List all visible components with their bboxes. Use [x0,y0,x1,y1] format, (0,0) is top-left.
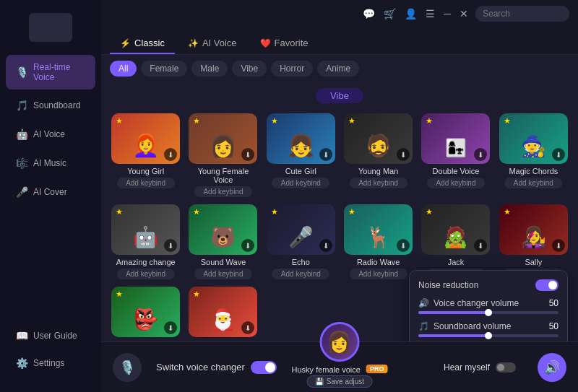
download-icon: ⬇ [474,148,487,161]
settings-icon: ⚙️ [16,357,27,369]
switch-voice-changer-toggle[interactable] [251,361,277,374]
keybind-btn-young-female-voice[interactable]: Add keybind [194,186,252,197]
voice-name-young-girl: Young Girl [127,167,164,175]
close-icon[interactable]: ✕ [460,8,468,19]
tab-classic-label: Classic [134,38,165,48]
active-voice-thumb[interactable]: 👩 [319,322,359,362]
keybind-btn-young-girl[interactable]: Add keybind [117,178,175,188]
download-icon: ⬇ [552,148,565,161]
ai-voice-tab-icon: ✨ [188,38,199,48]
voice-card-cute-girl[interactable]: ★ 👧 ⬇ Cute Girl Add keybind [265,113,337,197]
noise-reduction-toggle[interactable] [535,279,558,291]
ai-voice-icon: 🤖 [16,129,27,140]
tab-classic[interactable]: ⚡ Classic [110,33,175,54]
voice-name-magic-chords: Magic Chords [509,167,558,175]
sidebar-item-ai-cover-label: AI Cover [33,187,67,197]
keybind-btn-echo[interactable]: Add keybind [272,269,329,279]
sidebar: 🎙️ Real-time Voice 🎵 Soundboard 🤖 AI Voi… [0,0,101,392]
sidebar-item-soundboard[interactable]: 🎵 Soundboard [6,92,95,118]
star-icon: ★ [193,116,200,126]
voice-thumb-double-voice: ★ 👩‍👧 ⬇ [421,113,490,164]
voice-card-double-voice[interactable]: ★ 👩‍👧 ⬇ Double Voice Add keybind [420,113,491,197]
app-logo [29,13,72,42]
star-icon: ★ [116,116,123,126]
star-icon: ★ [193,207,200,217]
favorite-icon: ❤️ [260,38,271,48]
voice-card-young-girl[interactable]: ★ 👩‍🦰 ⬇ Young Girl Add keybind [110,113,181,197]
mic-button[interactable]: 🎙️ [113,353,142,382]
soundboard-volume-track[interactable] [418,334,558,337]
voice-card-grinch[interactable]: ★ 👺 ⬇ Grinch Add keybind [110,287,181,341]
keybind-btn-sound-wave[interactable]: Add keybind [194,269,252,279]
voice-card-jack[interactable]: ★ 🧟 ⬇ Jack Add keybind [420,204,491,279]
voice-thumb-sound-wave: ★ 🐻 ⬇ [189,204,257,255]
voice-card-magic-chords[interactable]: ★ 🧙 ⬇ Magic Chords Add keybind [498,113,569,197]
filter-female[interactable]: Female [141,61,187,77]
soundboard-volume-row: 🎵 Soundboard volume 50 [418,321,558,337]
tab-ai-voice[interactable]: ✨ AI Voice [178,33,247,54]
voice-card-young-female-voice[interactable]: ★ 👩 ⬇ Young Female Voice Add keybind [187,113,259,197]
cart-icon[interactable]: 🛒 [384,8,396,19]
voice-card-radio-wave[interactable]: ★ 🦌 ⬇ Radio Wave Add keybind [342,204,414,279]
voice-changer-volume-thumb[interactable] [485,309,492,316]
keybind-btn-young-man[interactable]: Add keybind [350,178,407,188]
voice-card-sally[interactable]: ★ 👩‍🎤 ⬇ Sally Add keybind [498,204,569,279]
pro-badge: PRO [366,365,388,373]
filter-all[interactable]: All [110,61,137,77]
voice-card-sound-wave[interactable]: ★ 🐻 ⬇ Sound Wave Add keybind [187,204,259,279]
save-adjust-button[interactable]: 💾 Save adjust [307,375,372,388]
speak-button[interactable]: 🔊 [538,353,566,382]
download-icon: ⬇ [164,148,177,161]
voice-thumb-cute-girl: ★ 👧 ⬇ [267,113,335,164]
discord-icon[interactable]: 💬 [363,8,375,19]
filter-male[interactable]: Male [191,61,228,77]
save-icon: 💾 [315,378,324,386]
voice-card-echo[interactable]: ★ 🎤 ⬇ Echo Add keybind [265,204,337,279]
soundboard-volume-thumb[interactable] [485,332,492,339]
sidebar-item-ai-voice-label: AI Voice [33,129,65,139]
star-icon: ★ [348,207,355,217]
sidebar-item-realtime-voice-label: Real-time Voice [33,62,85,82]
voice-changer-volume-track[interactable] [418,311,558,314]
voice-name-cute-girl: Cute Girl [285,167,316,175]
user-guide-icon: 📖 [16,330,27,341]
voice-changer-volume-fill [418,311,488,314]
keybind-btn-double-voice[interactable]: Add keybind [427,178,485,188]
star-icon: ★ [426,207,433,217]
hear-myself-toggle[interactable] [496,362,516,373]
keybind-btn-radio-wave[interactable]: Add keybind [350,269,407,279]
sidebar-item-settings[interactable]: ⚙️ Settings [6,350,95,376]
sidebar-item-ai-music[interactable]: 🎼 AI Music [6,150,95,176]
topbar: 💬 🛒 👤 ☰ ─ ✕ [101,0,578,27]
filter-vibe[interactable]: Vibe [232,61,267,77]
filter-horror[interactable]: Horror [271,61,313,77]
sidebar-item-ai-cover[interactable]: 🎤 AI Cover [6,179,95,205]
tab-favorite[interactable]: ❤️ Favorite [250,33,319,54]
voice-name-jack: Jack [448,258,465,266]
search-input[interactable] [475,6,569,22]
voice-thumb-magic-chords: ★ 🧙 ⬇ [499,113,568,164]
voice-changer-volume-label: 🔊 Voice changer volume [418,298,519,308]
filter-anime[interactable]: Anime [317,61,359,77]
keybind-btn-cute-girl[interactable]: Add keybind [272,178,329,188]
voice-card-santa-claus[interactable]: ★ 🎅 ⬇ Santa Claus Add keybind [187,287,259,341]
voice-card-young-man[interactable]: ★ 🧔 ⬇ Young Man Add keybind [342,113,414,197]
voice-thumb-young-female-voice: ★ 👩 ⬇ [189,113,257,164]
ai-cover-icon: 🎤 [16,186,27,198]
keybind-btn-amazing-change[interactable]: Add keybind [117,269,175,279]
keybind-btn-magic-chords[interactable]: Add keybind [504,178,562,188]
minimize-icon[interactable]: ─ [444,8,451,19]
hear-myself-label: Hear myself [444,362,490,373]
voice-card-amazing-change[interactable]: ★ 🤖 ⬇ Amazing change Add keybind [110,204,181,279]
section-label-vibe: Vibe [316,88,363,103]
user-icon[interactable]: 👤 [405,8,417,19]
sidebar-item-ai-voice[interactable]: 🤖 AI Voice [6,121,95,147]
sidebar-item-user-guide[interactable]: 📖 User Guide [6,323,95,349]
switch-voice-changer-label: Switch voice changer [156,362,245,373]
voice-changer-volume-row: 🔊 Voice changer volume 50 [418,298,558,314]
menu-icon[interactable]: ☰ [426,8,435,19]
voice-name-young-man: Young Man [358,167,398,175]
star-icon: ★ [116,207,123,217]
download-icon: ⬇ [164,321,177,334]
sidebar-item-realtime-voice[interactable]: 🎙️ Real-time Voice [6,55,95,90]
